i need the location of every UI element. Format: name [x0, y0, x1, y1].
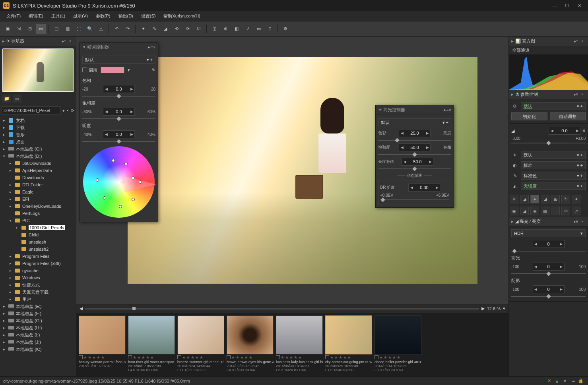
expand-icon[interactable]: ▸ — [16, 226, 21, 230]
tree-item[interactable]: ▸Program Files (x86) — [0, 260, 76, 267]
highlight-panel[interactable]: ☀ 高光控制器 ▸≡ × 默认▾ + 色彩◀25.0▶亮度 饱和度◀50.0▶色… — [375, 105, 454, 208]
expand-icon[interactable]: ▸ — [10, 290, 14, 294]
tree-item[interactable]: Downloads — [0, 174, 76, 181]
monitor-button[interactable]: ▭ — [254, 24, 264, 34]
redo-button[interactable]: ↷ — [122, 24, 133, 34]
zoom-button[interactable]: 🔍 — [85, 24, 95, 34]
shadow-slider[interactable] — [511, 295, 586, 298]
warning-button[interactable]: △ — [96, 24, 106, 34]
thumb-rating[interactable]: ★★★★★ — [227, 354, 274, 360]
fc-preset-dropdown[interactable]: 默认▾ + — [82, 56, 155, 64]
expand-icon[interactable]: ▸ — [10, 283, 14, 287]
param-preset-dropdown[interactable]: 默认▾ + — [521, 102, 586, 110]
status-lock-icon[interactable]: 🔒 — [577, 378, 585, 383]
undo-button[interactable]: ↶ — [111, 24, 122, 34]
expand-icon[interactable]: ▾ — [3, 154, 8, 158]
panel-menu-button[interactable]: ▸≡ — [573, 39, 579, 43]
collapse-icon[interactable]: ▸ — [511, 219, 514, 224]
level-tool-icon[interactable]: ⊞ — [551, 195, 560, 203]
expand-icon[interactable]: ▸ — [10, 204, 14, 208]
fc-lum-slider[interactable] — [82, 140, 155, 143]
rotate-right-button[interactable]: ⟳ — [182, 24, 193, 34]
brush-button[interactable]: ✎ — [149, 24, 159, 34]
swatch-dropdown[interactable]: ▾ — [128, 68, 130, 73]
tree-item[interactable]: ▸ApkHelperData — [0, 167, 76, 174]
tree-item[interactable]: ▸快捷方式 — [0, 281, 76, 288]
fc-sat-slider[interactable] — [82, 117, 155, 120]
menu-item-4[interactable]: 参数(P) — [92, 13, 114, 19]
color-dropdown[interactable]: 标准色▾ + — [521, 172, 586, 180]
nr-dropdown[interactable]: 无锐度▾ + — [521, 182, 586, 190]
thumb-image[interactable] — [375, 315, 421, 354]
fine-color-panel[interactable]: ✦ 精调控制器 ▸≡ × 默认▾ + 启用 ▾ ✎ 色相 -20◀0.0▶20 … — [80, 42, 158, 222]
thumb-image[interactable] — [79, 315, 126, 354]
thumbnail[interactable]: ★★★★★ breeze-summer-girl-model-16 2016/0… — [177, 315, 224, 374]
thumbnail[interactable]: ★★★★★ boat-river-girl-water-transport 20… — [128, 315, 175, 374]
panel-menu-button[interactable]: ▸≡ — [573, 92, 579, 97]
thumb-image[interactable] — [325, 315, 372, 354]
tree-item[interactable]: ▸下载 — [0, 124, 76, 131]
tree-item[interactable]: ▸本地磁盘 (G:) — [0, 317, 76, 324]
path-refresh-button[interactable]: ⟳ — [71, 107, 74, 114]
hdr-spinner[interactable]: ◀0▶ — [533, 240, 565, 248]
tree-item[interactable]: ▸本地磁盘 (I:) — [0, 331, 76, 339]
tree-item[interactable]: ▾PIC — [0, 217, 76, 224]
expand-icon[interactable]: ▸ — [3, 118, 8, 122]
tree-item[interactable]: ▸Program Files — [0, 253, 76, 260]
thumbnail[interactable]: ★★★★★ business-lady-business-girl-bu 201… — [276, 315, 323, 374]
status-cloud-icon[interactable]: ☁ — [569, 378, 577, 383]
fc-hue-slider[interactable] — [82, 95, 155, 98]
crop-button[interactable]: ◫ — [209, 24, 219, 34]
zoom-slider[interactable] — [85, 308, 479, 310]
tree-item[interactable]: ▸qycache — [0, 267, 76, 274]
tree-item[interactable]: ▾本地磁盘 (D:) — [0, 153, 76, 160]
nav-folder-button[interactable]: 📁 — [2, 95, 11, 103]
expand-icon[interactable]: ▸ — [3, 311, 8, 315]
hl-color-spinner[interactable]: ◀25.0▶ — [399, 129, 431, 137]
hl-sat-spinner[interactable]: ◀50.0▶ — [399, 143, 431, 151]
thumb-rating[interactable]: ★★★★★ — [177, 354, 224, 360]
expand-icon[interactable]: ▸ — [10, 297, 14, 301]
tree-item[interactable]: ▸360Downloads — [0, 160, 76, 167]
panel-menu-button[interactable]: ▸≡ — [444, 107, 448, 112]
fit-button[interactable]: ▢ — [51, 24, 62, 34]
expand-icon[interactable]: ▸ — [10, 269, 14, 273]
thumb-rating[interactable]: ★★★★★ — [128, 354, 175, 360]
tone-tool-icon[interactable]: ◢ — [520, 195, 529, 203]
tree-item[interactable]: ▸天翼云盘下载 — [0, 288, 76, 296]
output-tool-icon[interactable]: ↗ — [572, 207, 580, 215]
finecolor-tool-icon[interactable]: ◉ — [510, 207, 518, 215]
panel-close-button[interactable]: × — [579, 92, 586, 97]
hl-dr-spinner[interactable]: ◀0.00▶ — [408, 184, 440, 192]
highlight-spinner[interactable]: ◀0▶ — [533, 263, 565, 271]
collapse-icon[interactable]: ▸ — [511, 39, 514, 44]
fc-lum-spinner[interactable]: ◀0.0▶ — [103, 130, 135, 138]
panel-menu-button[interactable]: ▸≡ — [148, 44, 153, 50]
hl-lum-slider[interactable] — [378, 167, 451, 170]
expand-icon[interactable]: ▸ — [10, 261, 14, 265]
menu-item-0[interactable]: 文件(F) — [2, 13, 25, 19]
expand-icon[interactable]: ▸ — [10, 254, 14, 258]
hl-lum-spinner[interactable]: ◀50.0▶ — [402, 158, 433, 166]
tree-item[interactable]: ▸本地磁盘 (J:) — [0, 339, 76, 346]
tree-item[interactable]: ▸EFI — [0, 195, 76, 203]
tree-item[interactable]: ▸DTLFolder — [0, 181, 76, 188]
hl-sat-slider[interactable] — [378, 153, 451, 156]
panel-menu-button[interactable]: ▸≡ — [61, 39, 67, 43]
hl-color-slider[interactable] — [378, 139, 451, 142]
enable-checkbox[interactable] — [82, 68, 87, 72]
tree-item[interactable]: ▸文档 — [0, 117, 76, 124]
rotate-left-button[interactable]: ⟲ — [171, 24, 182, 34]
color-wheel[interactable] — [83, 146, 155, 218]
single-view-button[interactable]: ▭ — [36, 24, 46, 34]
ev-slider[interactable] — [511, 141, 586, 145]
expand-icon[interactable]: ▾ — [10, 219, 14, 222]
tree-item[interactable]: unsplash — [0, 238, 76, 246]
hl-dr-slider[interactable] — [380, 198, 449, 201]
tree-item[interactable]: ▸1000+Girl_Pexels — [0, 224, 76, 231]
tree-item[interactable]: ▸用户 — [0, 296, 76, 303]
erase2-button[interactable]: ◧ — [231, 24, 242, 34]
highlight-slider[interactable] — [511, 272, 586, 275]
color-swatch[interactable] — [101, 67, 124, 73]
expand-icon[interactable]: ▸ — [3, 319, 8, 323]
